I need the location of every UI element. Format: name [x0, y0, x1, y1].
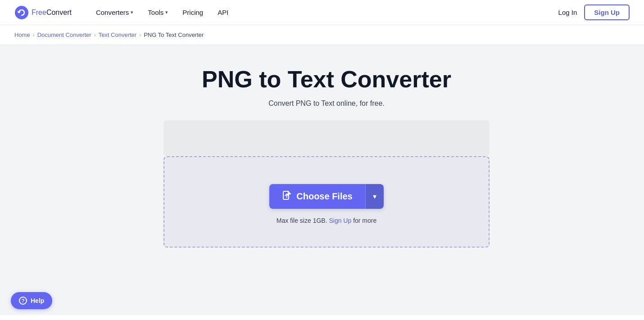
file-upload-icon — [282, 190, 292, 203]
logo-text: FreeConvert — [32, 9, 72, 17]
header-actions: Log In Sign Up — [558, 5, 630, 20]
tools-chevron-icon: ▾ — [165, 9, 168, 15]
nav-pricing[interactable]: Pricing — [176, 5, 209, 20]
help-button[interactable]: ? Help — [11, 292, 52, 309]
help-circle-icon: ? — [19, 297, 27, 305]
signup-link[interactable]: Sign Up — [329, 217, 351, 224]
breadcrumb-current: PNG To Text Converter — [144, 32, 204, 38]
main-wrapper: PNG to Text Converter Convert PNG to Tex… — [0, 45, 644, 315]
content-area: PNG to Text Converter Convert PNG to Tex… — [144, 45, 509, 315]
breadcrumb-sep-1: › — [33, 32, 35, 38]
login-button[interactable]: Log In — [558, 9, 577, 16]
choose-files-button[interactable]: Choose Files — [269, 184, 365, 209]
sidebar-right — [509, 45, 644, 315]
help-label: Help — [31, 297, 44, 304]
breadcrumb-sep-2: › — [94, 32, 96, 38]
choose-files-group: Choose Files ▾ — [269, 184, 383, 209]
dropzone[interactable]: Choose Files ▾ Max file size 1GB. Sign U… — [163, 156, 490, 248]
svg-point-0 — [15, 6, 28, 19]
choose-files-label: Choose Files — [296, 191, 352, 202]
file-size-note: Max file size 1GB. Sign Up for more — [277, 217, 377, 224]
choose-files-dropdown-button[interactable]: ▾ — [365, 184, 384, 209]
nav-api[interactable]: API — [211, 5, 235, 20]
dropdown-chevron-icon: ▾ — [373, 192, 376, 201]
header: FreeConvert Converters ▾ Tools ▾ Pricing… — [0, 0, 644, 25]
page-title: PNG to Text Converter — [202, 67, 451, 92]
converters-chevron-icon: ▾ — [131, 9, 133, 15]
breadcrumb: Home › Document Converter › Text Convert… — [0, 25, 644, 45]
breadcrumb-home[interactable]: Home — [14, 32, 30, 38]
breadcrumb-document-converter[interactable]: Document Converter — [37, 32, 91, 38]
nav-converters[interactable]: Converters ▾ — [90, 5, 140, 20]
top-bar — [163, 120, 490, 156]
page-subtitle: Convert PNG to Text online, for free. — [268, 99, 385, 108]
logo[interactable]: FreeConvert — [14, 5, 72, 20]
signup-button[interactable]: Sign Up — [584, 5, 630, 20]
main-nav: Converters ▾ Tools ▾ Pricing API — [90, 5, 558, 20]
breadcrumb-sep-3: › — [139, 32, 141, 38]
breadcrumb-text-converter[interactable]: Text Converter — [99, 32, 137, 38]
sidebar-left — [0, 45, 144, 315]
nav-tools[interactable]: Tools ▾ — [141, 5, 174, 20]
